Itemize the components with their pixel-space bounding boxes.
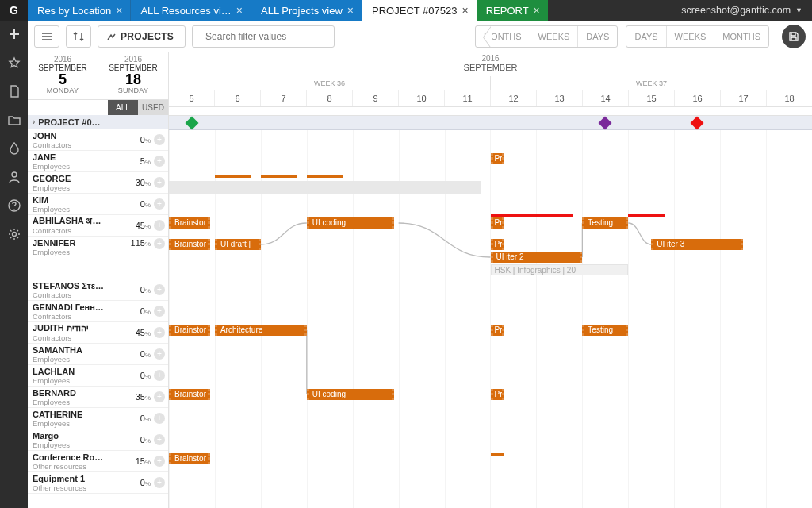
task-bar[interactable]: UI iter 2: [491, 252, 583, 263]
task-bar[interactable]: UI coding: [307, 389, 394, 400]
timeline-day-5[interactable]: 5: [169, 90, 214, 106]
resource-row[interactable]: BERNARDEmployees35%+: [28, 387, 168, 408]
resource-row[interactable]: CATHERINEEmployees0%+: [28, 408, 168, 429]
task-bar[interactable]: Brainstor: [169, 239, 210, 250]
tab-all-projects[interactable]: ALL Projects view×: [251, 0, 362, 21]
timeline-day-18[interactable]: 18: [766, 90, 812, 106]
task-bar[interactable]: Pr: [491, 389, 504, 400]
add-task-icon[interactable]: +: [154, 434, 165, 445]
task-bar[interactable]: Brainstor: [169, 325, 210, 336]
resource-row[interactable]: Conference Ro…Other resources15%+: [28, 451, 168, 472]
task-bar[interactable]: UI draft |: [215, 239, 261, 250]
add-task-icon[interactable]: +: [154, 198, 165, 210]
resource-row[interactable]: KIMEmployees0%+: [28, 194, 168, 215]
timeline-day-11[interactable]: 11: [444, 90, 490, 106]
sort-button[interactable]: [66, 25, 91, 48]
close-icon[interactable]: ×: [534, 5, 540, 16]
zoom-months-out[interactable]: MONTHS: [714, 32, 768, 41]
task-bar[interactable]: UI iter 3: [651, 239, 743, 250]
tab-project-07523[interactable]: PROJECT #07523×: [362, 0, 477, 21]
add-task-icon[interactable]: +: [154, 306, 165, 317]
resource-row[interactable]: JOHNContractors0%+: [28, 129, 168, 151]
filter-used[interactable]: USED: [138, 100, 168, 115]
timeline-day-6[interactable]: 6: [214, 90, 260, 106]
gear-icon[interactable]: [0, 225, 28, 243]
filter-box[interactable]: [192, 25, 335, 48]
resource-row[interactable]: SAMANTHAEmployees0%+: [28, 344, 168, 365]
close-icon[interactable]: ×: [462, 5, 468, 16]
timeline-day-13[interactable]: 13: [536, 90, 582, 106]
resource-row[interactable]: ABHILASHA अ…Contractors45%+: [28, 215, 168, 237]
add-task-icon[interactable]: +: [154, 220, 165, 231]
date-start-card[interactable]: 2016 SEPTEMBER 5 MONDAY: [28, 52, 98, 99]
timeline-day-17[interactable]: 17: [720, 90, 766, 106]
resource-row[interactable]: MargoEmployees0%+: [28, 429, 168, 451]
filter-all[interactable]: ALL: [108, 100, 138, 115]
tab-res-by-location[interactable]: Res by Location×: [28, 0, 131, 21]
person-icon[interactable]: [0, 168, 28, 186]
add-task-icon[interactable]: +: [154, 370, 165, 381]
resource-row[interactable]: GENNADI Генн…Contractors0%+: [28, 301, 168, 322]
tab-report[interactable]: REPORT×: [477, 0, 548, 21]
add-task-icon[interactable]: +: [154, 477, 165, 488]
add-task-icon[interactable]: +: [154, 177, 165, 188]
filter-input[interactable]: [205, 31, 324, 42]
star-icon[interactable]: [0, 54, 28, 71]
timeline-day-10[interactable]: 10: [398, 90, 444, 106]
close-icon[interactable]: ×: [236, 5, 243, 16]
resource-row[interactable]: LACHLANEmployees0%+: [28, 365, 168, 387]
help-icon[interactable]: [0, 197, 28, 214]
task-bar[interactable]: Testing: [582, 217, 628, 229]
projects-button[interactable]: PROJECTS: [98, 25, 186, 48]
timeline-day-15[interactable]: 15: [628, 90, 674, 106]
user-menu[interactable]: screenshot@ganttic.com ▼: [672, 0, 812, 21]
list-view-button[interactable]: [34, 25, 59, 48]
close-icon[interactable]: ×: [347, 5, 354, 16]
zoom-weeks-out[interactable]: WEEKS: [667, 32, 714, 41]
task-bar[interactable]: Pr: [491, 325, 504, 336]
resource-row[interactable]: JANEEmployees5%+: [28, 151, 168, 172]
timeline-day-12[interactable]: 12: [490, 90, 536, 106]
timeline-day-9[interactable]: 9: [352, 90, 398, 106]
task-bar[interactable]: Testing: [582, 325, 628, 336]
add-task-icon[interactable]: +: [154, 238, 165, 249]
resource-row[interactable]: Equipment 1Other resources0%+: [28, 472, 168, 494]
tab-all-resources[interactable]: ALL Resources vi…×: [131, 0, 251, 21]
resource-row[interactable]: STEFANOS Στε…Contractors0%+: [28, 279, 168, 301]
add-task-icon[interactable]: +: [154, 327, 165, 338]
save-button[interactable]: [782, 25, 806, 48]
timeline-day-14[interactable]: 14: [582, 90, 628, 106]
close-icon[interactable]: ×: [116, 5, 122, 16]
project-group-row[interactable]: › PROJECT #0…: [28, 115, 168, 129]
resource-row[interactable]: JENNIFEREmployees115%+: [28, 237, 168, 279]
add-task-icon[interactable]: +: [154, 156, 165, 167]
timeline-day-7[interactable]: 7: [260, 90, 306, 106]
task-bar[interactable]: Architecture: [215, 325, 307, 336]
timeline-day-16[interactable]: 16: [674, 90, 720, 106]
folder-icon[interactable]: [0, 111, 28, 129]
task-bar[interactable]: Brainstor: [169, 389, 210, 400]
page-icon[interactable]: [0, 83, 28, 100]
add-task-icon[interactable]: +: [154, 284, 165, 295]
task-bar[interactable]: Pr: [491, 217, 504, 229]
zoom-days-in[interactable]: DAYS: [578, 32, 617, 41]
add-task-icon[interactable]: +: [154, 456, 165, 467]
zoom-weeks-in[interactable]: WEEKS: [530, 32, 578, 41]
resource-row[interactable]: JUDITH יהודיתContractors45%+: [28, 322, 168, 344]
task-bar[interactable]: Pr: [491, 239, 504, 250]
task-bar[interactable]: Brainstor: [169, 453, 210, 464]
timeline-body[interactable]: PrBrainstorUI codingPrTestingBrainstorUI…: [169, 116, 812, 508]
task-bar[interactable]: Brainstor: [169, 217, 210, 229]
zoom-days-out[interactable]: DAYS: [626, 32, 665, 41]
add-task-icon[interactable]: +: [154, 348, 165, 360]
add-task-icon[interactable]: +: [154, 391, 165, 402]
task-bar[interactable]: UI coding: [307, 217, 394, 229]
add-task-icon[interactable]: +: [154, 134, 165, 145]
brand-badge[interactable]: G: [0, 0, 28, 21]
drop-icon[interactable]: [0, 140, 28, 157]
resource-row[interactable]: GEORGEEmployees30%+: [28, 172, 168, 194]
plus-icon[interactable]: [0, 25, 28, 43]
date-end-card[interactable]: 2016 SEPTEMBER 18 SUNDAY: [98, 52, 168, 99]
add-task-icon[interactable]: +: [154, 413, 165, 424]
task-bar[interactable]: Pr: [491, 153, 504, 164]
